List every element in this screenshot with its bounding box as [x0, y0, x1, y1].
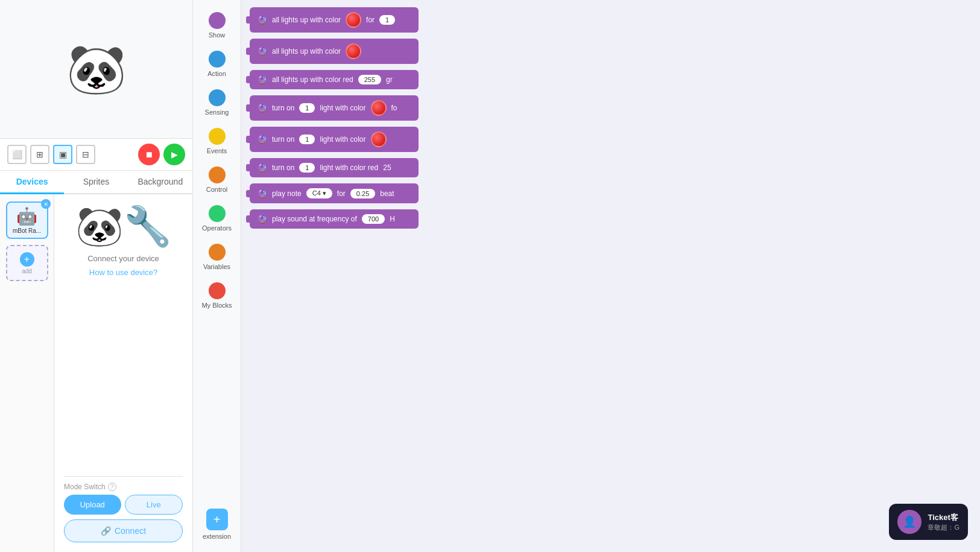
connect-label: Connect your device [87, 254, 159, 263]
toolbar-row: ⬜ ⊞ ▣ ⊟ ⏹ ▶ [0, 139, 192, 171]
control-dot [209, 167, 226, 183]
block-text-6a: turn on [272, 163, 294, 172]
oval-6[interactable]: 1 [299, 163, 315, 173]
block-text-4b: light with color [320, 104, 365, 112]
oval-3[interactable]: 255 [358, 75, 381, 84]
block-turn-on-light-for[interactable]: 🔮 turn on 1 light with color fo [250, 95, 419, 121]
oval-4[interactable]: 1 [299, 103, 315, 113]
split-view-btn[interactable]: ▣ [53, 145, 72, 164]
cat-events-label: Events [207, 147, 227, 154]
beat-oval[interactable]: 0.25 [350, 189, 375, 198]
connect-btn[interactable]: 🔗 Connect [64, 519, 183, 542]
block-text-5a: turn on [272, 135, 294, 144]
chat-avatar: 👤 [897, 510, 922, 534]
operators-dot [209, 205, 226, 222]
help-icon[interactable]: ? [108, 483, 116, 491]
block-icon-1: 🔮 [257, 15, 267, 25]
tab-sprites[interactable]: Sprites [64, 171, 128, 194]
cat-my-blocks[interactable]: My Blocks [195, 278, 239, 314]
mode-buttons: Upload Live [64, 495, 183, 515]
device-list: ✕ 🤖 mBot Ra... + add [0, 194, 54, 552]
block-icon-3: 🔮 [257, 75, 267, 84]
block-text-7b: beat [380, 189, 394, 198]
how-to-link[interactable]: How to use device? [89, 268, 157, 277]
block-text-8a: play sound at frequency of [272, 215, 357, 223]
cat-sensing[interactable]: Sensing [195, 84, 239, 121]
robot-icon: 🤖 [16, 206, 37, 226]
color-swatch-2[interactable] [346, 43, 361, 59]
start-btn[interactable]: ▶ [163, 144, 185, 165]
connect-illustration: 🐼🔧 [75, 204, 172, 249]
block-all-lights[interactable]: 🔮 all lights up with color [250, 39, 419, 64]
chat-title: Ticket客 [928, 512, 959, 523]
oval-5[interactable]: 1 [299, 135, 315, 144]
link-icon: 🔗 [101, 526, 111, 536]
panda-mascot: 🐼 [66, 41, 127, 98]
block-text-1: all lights up with color [272, 16, 341, 24]
cat-show[interactable]: Show [195, 7, 239, 43]
freq-oval[interactable]: 700 [362, 214, 385, 224]
cat-control-label: Control [206, 186, 227, 193]
mbot-device-card[interactable]: ✕ 🤖 mBot Ra... [6, 201, 48, 239]
color-swatch-5[interactable] [371, 132, 387, 147]
remove-device-btn[interactable]: ✕ [41, 199, 51, 209]
block-all-lights-rgb[interactable]: 🔮 all lights up with color red 255 gr [250, 70, 419, 89]
cat-variables[interactable]: Variables [195, 239, 239, 275]
add-label: add [22, 268, 32, 274]
blocks-area: 🔮 all lights up with color for 1 🔮 all l… [241, 0, 980, 552]
block-play-freq[interactable]: 🔮 play sound at frequency of 700 H [250, 209, 419, 229]
tab-devices[interactable]: Devices [0, 171, 64, 194]
list-view-btn[interactable]: ⊟ [76, 145, 95, 164]
cat-my-blocks-label: My Blocks [201, 302, 232, 309]
devices-content: ✕ 🤖 mBot Ra... + add 🐼🔧 Connect your dev… [0, 194, 192, 552]
block-text-3: all lights up with color red [272, 75, 353, 84]
show-dot [209, 12, 226, 29]
oval-1[interactable]: 1 [379, 15, 395, 25]
cat-action-label: Action [207, 70, 226, 77]
cat-operators[interactable]: Operators [195, 200, 239, 236]
extension-area: + extension [203, 509, 231, 545]
chat-text: Ticket客 章敬超：G [928, 512, 959, 532]
chat-subtitle: 章敬超：G [928, 523, 959, 532]
category-sidebar: Show Action Sensing Events Control Opera… [193, 0, 241, 552]
block-icon-8: 🔮 [257, 214, 267, 224]
tab-background[interactable]: Background [128, 171, 192, 194]
block-text-5b: light with color [320, 135, 365, 144]
cat-action[interactable]: Action [195, 46, 239, 82]
block-text-2: all lights up with color [272, 47, 341, 56]
live-btn[interactable]: Live [125, 495, 183, 515]
block-turn-on-light-rgb[interactable]: 🔮 turn on 1 light with color red 25 [250, 158, 419, 177]
upload-btn[interactable]: Upload [64, 495, 121, 515]
block-text-7a: play note [272, 189, 302, 198]
cat-control[interactable]: Control [195, 162, 239, 198]
grid-view-btn[interactable]: ⊞ [30, 145, 49, 164]
color-swatch-4[interactable] [371, 100, 387, 116]
block-play-note[interactable]: 🔮 play note C4 ▾ for 0.25 beat [250, 183, 419, 203]
block-icon-4: 🔮 [257, 103, 267, 113]
extension-label: extension [203, 533, 231, 540]
sensing-dot [209, 89, 226, 106]
variables-dot [209, 244, 226, 261]
block-icon-2: 🔮 [257, 46, 267, 56]
block-icon-7: 🔮 [257, 189, 267, 198]
fullscreen-btn[interactable]: ⬜ [7, 145, 27, 164]
block-all-lights-for[interactable]: 🔮 all lights up with color for 1 [250, 7, 419, 33]
mode-switch-label: Mode Switch ? [64, 483, 183, 491]
device-main: 🐼🔧 Connect your device How to use device… [54, 194, 192, 552]
events-dot [209, 128, 226, 145]
add-device-btn[interactable]: + add [6, 245, 48, 281]
add-plus-icon: + [20, 252, 34, 267]
cat-operators-label: Operators [202, 224, 232, 232]
stop-btn[interactable]: ⏹ [138, 144, 160, 165]
cat-events[interactable]: Events [195, 123, 239, 159]
note-oval[interactable]: C4 ▾ [306, 188, 332, 198]
mode-switch-area: Mode Switch ? Upload Live 🔗 Connect [64, 476, 183, 542]
chat-bubble[interactable]: 👤 Ticket客 章敬超：G [889, 504, 968, 540]
action-dot [209, 51, 226, 68]
block-turn-on-light[interactable]: 🔮 turn on 1 light with color [250, 127, 419, 152]
extension-btn[interactable]: + [206, 509, 228, 530]
cat-sensing-label: Sensing [205, 109, 229, 116]
device-name: mBot Ra... [13, 227, 41, 234]
color-swatch-1[interactable] [346, 12, 361, 28]
tabs-row: Devices Sprites Background [0, 171, 192, 194]
